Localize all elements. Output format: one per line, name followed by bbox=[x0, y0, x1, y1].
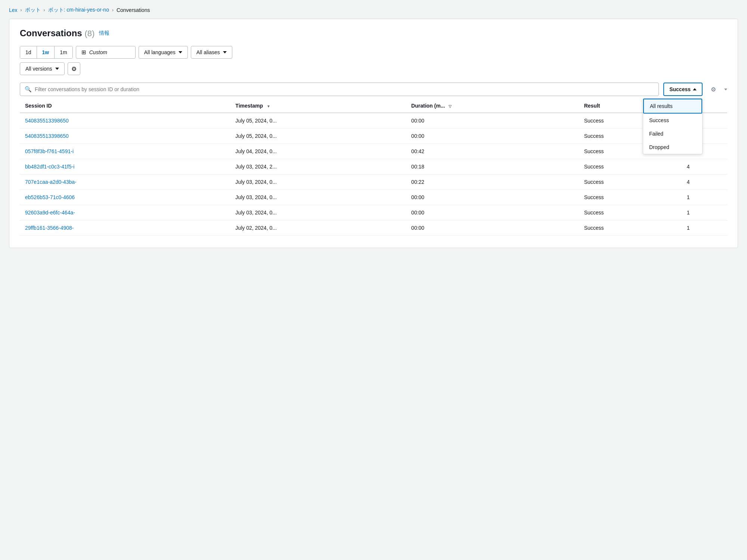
result-filter-wrapper: Success All results Success Failed Dropp… bbox=[663, 83, 703, 96]
gear-icon: ⚙ bbox=[71, 65, 77, 72]
result-option-dropped[interactable]: Dropped bbox=[643, 140, 702, 154]
custom-date-button[interactable]: ⊞ Custom bbox=[76, 46, 136, 59]
breadcrumb-current: Conversations bbox=[117, 7, 150, 13]
chevron-up-icon bbox=[693, 88, 697, 90]
time-1m-button[interactable]: 1m bbox=[55, 46, 72, 58]
search-filter-row: 🔍 Success All results Success Failed Dro… bbox=[20, 83, 727, 96]
table-header-row: Session ID Timestamp ▼ Duration (m... ▽ … bbox=[20, 99, 727, 113]
page-count: (8) bbox=[84, 29, 94, 38]
cell-session-id[interactable]: 707e1caa-a2d0-43ba- bbox=[20, 174, 230, 190]
cell-timestamp: July 03, 2024, 0... bbox=[230, 174, 406, 190]
result-option-failed[interactable]: Failed bbox=[643, 127, 702, 140]
chevron-down-icon-3 bbox=[55, 68, 59, 70]
time-group: 1d 1w 1m bbox=[20, 46, 73, 59]
all-versions-button[interactable]: All versions bbox=[20, 62, 65, 75]
table-row: 057f8f3b-f761-4591-i July 04, 2024, 0...… bbox=[20, 144, 727, 159]
breadcrumb-lex[interactable]: Lex bbox=[9, 7, 18, 13]
breadcrumb-sep-3: › bbox=[112, 7, 114, 13]
session-id-link[interactable]: 057f8f3b-f761-4591-i bbox=[25, 148, 74, 154]
filter-row-1: 1d 1w 1m ⊞ Custom All languages All alia… bbox=[20, 46, 727, 59]
session-id-link[interactable]: 29ffb161-3566-4908- bbox=[25, 225, 74, 231]
main-card: Conversations (8) 情報 1d 1w 1m ⊞ Custom A… bbox=[9, 19, 738, 248]
cell-duration: 00:00 bbox=[406, 113, 579, 129]
info-link[interactable]: 情報 bbox=[99, 30, 109, 37]
time-1d-button[interactable]: 1d bbox=[20, 46, 37, 58]
table-row: 29ffb161-3566-4908- July 02, 2024, 0... … bbox=[20, 220, 727, 236]
cell-turns: 4 bbox=[682, 174, 727, 190]
breadcrumb-bots[interactable]: ボット bbox=[25, 7, 41, 13]
cell-turns: 1 bbox=[682, 205, 727, 220]
table-row: eb526b53-71c0-4606 July 03, 2024, 0... 0… bbox=[20, 190, 727, 205]
all-languages-label: All languages bbox=[144, 49, 176, 55]
cell-session-id[interactable]: 540835513398650 bbox=[20, 113, 230, 129]
cell-timestamp: July 04, 2024, 0... bbox=[230, 144, 406, 159]
search-input[interactable] bbox=[35, 86, 654, 92]
settings-button[interactable]: ⚙ bbox=[68, 62, 80, 75]
cell-duration: 00:00 bbox=[406, 205, 579, 220]
session-id-link[interactable]: 707e1caa-a2d0-43ba- bbox=[25, 179, 77, 185]
col-header-timestamp[interactable]: Timestamp ▼ bbox=[230, 99, 406, 113]
duration-sort-icon: ▽ bbox=[449, 104, 452, 108]
cell-timestamp: July 03, 2024, 0... bbox=[230, 205, 406, 220]
table-row: 92603a9d-e6fc-464a- July 03, 2024, 0... … bbox=[20, 205, 727, 220]
result-option-success[interactable]: Success bbox=[643, 114, 702, 127]
all-aliases-button[interactable]: All aliases bbox=[191, 46, 232, 59]
cell-session-id[interactable]: 540835513398650 bbox=[20, 129, 230, 144]
breadcrumb-sep-1: › bbox=[21, 7, 22, 13]
table-body: 540835513398650 July 05, 2024, 0... 00:0… bbox=[20, 113, 727, 236]
filter-chevron-icon bbox=[724, 89, 727, 90]
table-row: 707e1caa-a2d0-43ba- July 03, 2024, 0... … bbox=[20, 174, 727, 190]
cell-session-id[interactable]: bb482df1-c0c3-41f5-i bbox=[20, 159, 230, 174]
col-header-duration[interactable]: Duration (m... ▽ bbox=[406, 99, 579, 113]
cell-timestamp: July 02, 2024, 0... bbox=[230, 220, 406, 236]
cell-result: Success bbox=[579, 205, 682, 220]
cell-session-id[interactable]: 057f8f3b-f761-4591-i bbox=[20, 144, 230, 159]
cell-result: Success bbox=[579, 159, 682, 174]
table-row: 540835513398650 July 05, 2024, 0... 00:0… bbox=[20, 113, 727, 129]
result-filter-button[interactable]: Success bbox=[663, 83, 703, 96]
cell-timestamp: July 03, 2024, 2... bbox=[230, 159, 406, 174]
cell-turns: 1 bbox=[682, 220, 727, 236]
calendar-icon: ⊞ bbox=[81, 49, 86, 56]
session-id-link[interactable]: 540835513398650 bbox=[25, 118, 69, 124]
col-header-session-id: Session ID bbox=[20, 99, 230, 113]
cell-duration: 00:00 bbox=[406, 129, 579, 144]
chevron-down-icon bbox=[179, 51, 182, 53]
cell-duration: 00:18 bbox=[406, 159, 579, 174]
session-id-link[interactable]: eb526b53-71c0-4606 bbox=[25, 194, 75, 200]
custom-date-label: Custom bbox=[89, 49, 107, 55]
cell-turns: 1 bbox=[682, 190, 727, 205]
table-row: 540835513398650 July 05, 2024, 0... 00:0… bbox=[20, 129, 727, 144]
cell-session-id[interactable]: eb526b53-71c0-4606 bbox=[20, 190, 230, 205]
cell-duration: 00:42 bbox=[406, 144, 579, 159]
cell-result: Success bbox=[579, 190, 682, 205]
result-option-all[interactable]: All results bbox=[643, 99, 702, 114]
page-title: Conversations (8) bbox=[20, 28, 94, 38]
chevron-down-icon-2 bbox=[223, 51, 227, 53]
search-box[interactable]: 🔍 bbox=[20, 83, 659, 96]
all-aliases-label: All aliases bbox=[196, 49, 220, 55]
breadcrumb-bot-name[interactable]: ボット: cm-hirai-yes-or-no bbox=[48, 7, 109, 13]
cell-session-id[interactable]: 92603a9d-e6fc-464a- bbox=[20, 205, 230, 220]
conversations-table: Session ID Timestamp ▼ Duration (m... ▽ … bbox=[20, 99, 727, 236]
session-id-link[interactable]: 92603a9d-e6fc-464a- bbox=[25, 210, 75, 216]
time-1w-button[interactable]: 1w bbox=[37, 46, 55, 58]
cell-session-id[interactable]: 29ffb161-3566-4908- bbox=[20, 220, 230, 236]
session-id-link[interactable]: bb482df1-c0c3-41f5-i bbox=[25, 164, 74, 170]
table-settings-icon[interactable]: ⚙ bbox=[707, 83, 720, 96]
timestamp-sort-icon: ▼ bbox=[267, 104, 270, 108]
cell-duration: 00:00 bbox=[406, 190, 579, 205]
all-languages-button[interactable]: All languages bbox=[139, 46, 188, 59]
table-filter-icon[interactable] bbox=[724, 89, 727, 90]
cell-timestamp: July 03, 2024, 0... bbox=[230, 190, 406, 205]
all-versions-label: All versions bbox=[25, 66, 52, 72]
page-header: Conversations (8) 情報 bbox=[20, 28, 727, 38]
table-row: bb482df1-c0c3-41f5-i July 03, 2024, 2...… bbox=[20, 159, 727, 174]
breadcrumb: Lex › ボット › ボット: cm-hirai-yes-or-no › Co… bbox=[0, 0, 747, 19]
result-filter-label: Success bbox=[669, 86, 691, 92]
session-id-link[interactable]: 540835513398650 bbox=[25, 133, 69, 139]
cell-result: Success bbox=[579, 220, 682, 236]
breadcrumb-sep-2: › bbox=[44, 7, 45, 13]
cell-duration: 00:00 bbox=[406, 220, 579, 236]
cell-timestamp: July 05, 2024, 0... bbox=[230, 113, 406, 129]
